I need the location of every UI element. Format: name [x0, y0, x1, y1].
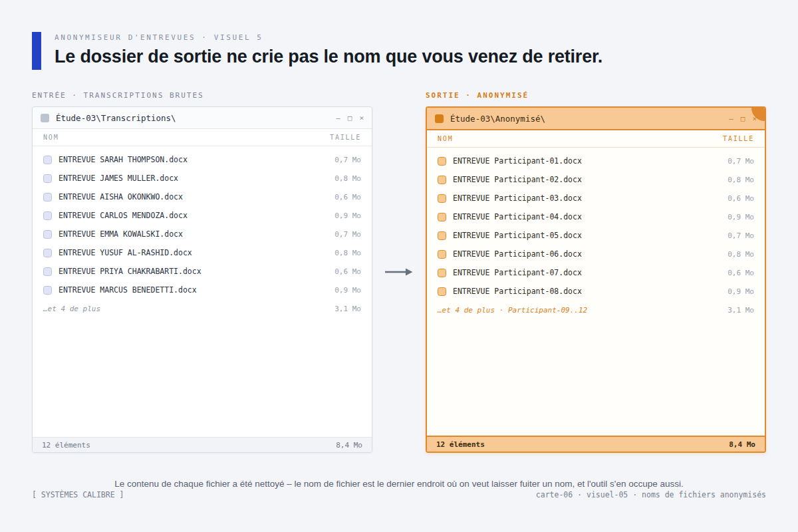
document-icon	[43, 193, 52, 201]
more-files-size: 3,1 Mo	[334, 305, 361, 313]
output-window-titlebar[interactable]: Étude-03\Anonymisé\ – □ ×	[427, 108, 765, 130]
output-statusbar: 12 éléments 8,4 Mo	[427, 436, 765, 452]
file-size: 0,6 Mo	[334, 193, 361, 201]
file-row[interactable]: ENTREVUE YUSUF AL-RASHID.docx 0,8 Mo	[33, 243, 372, 262]
column-header-row: NOM TAILLE	[427, 130, 765, 148]
document-icon	[43, 249, 52, 257]
file-name: ENTREVUE AISHA OKONKWO.docx	[59, 192, 183, 201]
more-files-row: …et 4 de plus 3,1 Mo	[33, 299, 372, 318]
file-name: ENTREVUE Participant-08.docx	[453, 287, 582, 296]
document-icon	[43, 211, 52, 220]
folder-icon	[41, 114, 49, 122]
page-footer: [ SYSTÈMES CALIBRE ] carte-06 · visuel-0…	[32, 490, 766, 499]
file-row[interactable]: ENTREVUE JAMES MULLER.docx 0,8 Mo	[33, 169, 372, 188]
file-row[interactable]: ENTREVUE EMMA KOWALSKI.docx 0,7 Mo	[33, 225, 372, 243]
document-icon	[438, 231, 446, 240]
maximize-icon[interactable]: □	[741, 115, 745, 122]
file-row[interactable]: ENTREVUE MARCUS BENEDETTI.docx 0,9 Mo	[33, 281, 372, 299]
file-row[interactable]: ENTREVUE AISHA OKONKWO.docx 0,6 Mo	[33, 188, 372, 206]
input-window-titlebar[interactable]: Étude-03\Transcriptions\ – □ ×	[33, 107, 372, 129]
file-row[interactable]: ENTREVUE PRIYA CHAKRABARTI.docx 0,6 Mo	[33, 262, 372, 281]
file-name: ENTREVUE Participant-07.docx	[453, 268, 582, 277]
file-name: ENTREVUE EMMA KOWALSKI.docx	[59, 229, 183, 239]
file-size: 0,7 Mo	[728, 157, 754, 166]
file-size: 0,6 Mo	[728, 194, 754, 203]
input-statusbar: 12 éléments 8,4 Mo	[33, 437, 372, 452]
maximize-icon[interactable]: □	[348, 114, 352, 122]
input-file-window: Étude-03\Transcriptions\ – □ × NOM TAILL…	[32, 106, 372, 453]
more-files-label: …et 4 de plus · Participant-09..12	[438, 306, 587, 315]
input-panel-label: ENTRÉE · TRANSCRIPTIONS BRUTES	[32, 91, 372, 100]
file-row[interactable]: ENTREVUE Participant-06.docx 0,8 Mo	[427, 245, 765, 263]
file-name: ENTREVUE Participant-05.docx	[453, 231, 582, 240]
folder-icon	[435, 114, 444, 123]
file-name: ENTREVUE Participant-01.docx	[453, 156, 582, 166]
meta-label: carte-06 · visuel-05 · noms de fichiers …	[536, 490, 766, 499]
minimize-icon[interactable]: –	[336, 114, 340, 122]
file-name: ENTREVUE Participant-04.docx	[453, 212, 582, 221]
document-icon	[43, 267, 52, 276]
file-size: 0,7 Mo	[728, 231, 754, 240]
file-size: 0,9 Mo	[728, 287, 754, 296]
panels-row: ENTRÉE · TRANSCRIPTIONS BRUTES Étude-03\…	[32, 91, 766, 453]
input-panel: ENTRÉE · TRANSCRIPTIONS BRUTES Étude-03\…	[32, 91, 372, 453]
empty-area	[33, 318, 372, 437]
file-row[interactable]: ENTREVUE Participant-08.docx 0,9 Mo	[427, 282, 765, 301]
column-header-name[interactable]: NOM	[43, 134, 59, 141]
page-header: ANONYMISEUR D'ENTREVUES · VISUEL 5 Le do…	[32, 32, 602, 70]
accent-bar	[32, 32, 41, 70]
file-name: ENTREVUE JAMES MULLER.docx	[59, 174, 178, 183]
total-size: 8,4 Mo	[729, 440, 755, 449]
input-file-list: ENTREVUE SARAH THOMPSON.docx 0,7 Mo ENTR…	[33, 146, 372, 299]
file-size: 0,7 Mo	[334, 230, 361, 239]
page: ANONYMISEUR D'ENTREVUES · VISUEL 5 Le do…	[0, 0, 798, 532]
file-size: 0,8 Mo	[728, 176, 754, 184]
file-size: 0,9 Mo	[334, 211, 361, 220]
output-file-list: ENTREVUE Participant-01.docx 0,7 Mo ENTR…	[427, 148, 765, 301]
page-title: Le dossier de sortie ne crie pas le nom …	[55, 47, 602, 67]
column-header-size[interactable]: TAILLE	[330, 134, 361, 141]
file-name: ENTREVUE CARLOS MENDOZA.docx	[59, 211, 188, 220]
kicker: ANONYMISEUR D'ENTREVUES · VISUEL 5	[55, 33, 602, 42]
input-window-title: Étude-03\Transcriptions\	[56, 113, 176, 123]
document-icon	[43, 230, 52, 239]
output-file-window: Étude-03\Anonymisé\ – □ × NOM TAILLE	[426, 106, 766, 453]
document-icon	[43, 156, 52, 164]
output-window-title: Étude-03\Anonymisé\	[450, 114, 545, 124]
file-name: ENTREVUE Participant-03.docx	[453, 194, 582, 203]
file-row[interactable]: ENTREVUE Participant-02.docx 0,8 Mo	[427, 170, 765, 189]
document-icon	[438, 157, 446, 166]
file-size: 0,8 Mo	[334, 249, 361, 257]
file-row[interactable]: ENTREVUE Participant-04.docx 0,9 Mo	[427, 207, 765, 226]
column-header-size[interactable]: TAILLE	[723, 135, 754, 142]
brand-label: [ SYSTÈMES CALIBRE ]	[32, 490, 124, 499]
file-name: ENTREVUE MARCUS BENEDETTI.docx	[59, 285, 197, 295]
file-name: ENTREVUE SARAH THOMPSON.docx	[59, 155, 188, 164]
window-controls: – □ ×	[336, 114, 364, 122]
file-name: ENTREVUE PRIYA CHAKRABARTI.docx	[59, 267, 201, 276]
minimize-icon[interactable]: –	[729, 115, 733, 122]
document-icon	[438, 250, 446, 259]
more-files-label: …et 4 de plus	[43, 305, 100, 313]
document-icon	[438, 287, 446, 296]
item-count: 12 éléments	[436, 440, 485, 449]
file-size: 0,6 Mo	[334, 267, 361, 276]
file-row[interactable]: ENTREVUE SARAH THOMPSON.docx 0,7 Mo	[33, 150, 372, 169]
document-icon	[438, 176, 446, 184]
total-size: 8,4 Mo	[336, 441, 362, 450]
window-controls: – □ ×	[729, 115, 757, 122]
file-row[interactable]: ENTREVUE CARLOS MENDOZA.docx 0,9 Mo	[33, 206, 372, 225]
file-row[interactable]: ENTREVUE Participant-07.docx 0,6 Mo	[427, 263, 765, 282]
document-icon	[43, 286, 52, 295]
file-row[interactable]: ENTREVUE Participant-05.docx 0,7 Mo	[427, 226, 765, 245]
file-row[interactable]: ENTREVUE Participant-01.docx 0,7 Mo	[427, 152, 765, 170]
file-size: 0,8 Mo	[728, 250, 754, 259]
file-row[interactable]: ENTREVUE Participant-03.docx 0,6 Mo	[427, 189, 765, 207]
document-icon	[438, 194, 446, 203]
output-panel: SORTIE · ANONYMISÉ Étude-03\Anonymisé\ –…	[426, 91, 766, 453]
document-icon	[438, 213, 446, 221]
column-header-name[interactable]: NOM	[438, 135, 453, 142]
file-size: 0,9 Mo	[334, 286, 361, 295]
close-icon[interactable]: ×	[359, 114, 364, 122]
column-header-row: NOM TAILLE	[33, 129, 372, 146]
